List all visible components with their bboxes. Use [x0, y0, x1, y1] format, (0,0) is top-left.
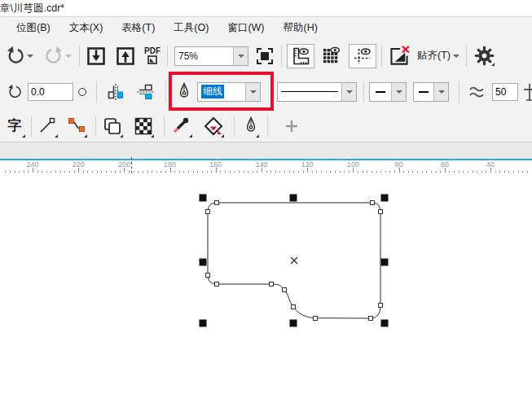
stepper-icon	[521, 82, 532, 102]
selection-handle[interactable]	[381, 320, 389, 327]
menu-item-bitmaps[interactable]: 位图(B)	[8, 18, 59, 38]
ruler-tick	[97, 171, 98, 173]
ruler-tick	[24, 171, 24, 173]
options-button[interactable]	[473, 45, 495, 67]
menu-item-table[interactable]: 表格(T)	[113, 18, 163, 38]
drawing-canvas[interactable]	[0, 173, 532, 394]
fill-tool-button[interactable]	[202, 114, 225, 138]
selection-handle[interactable]	[290, 195, 297, 202]
fullscreen-preview-icon	[255, 46, 275, 66]
undo-button[interactable]	[5, 46, 26, 67]
ruler-tick	[202, 171, 203, 173]
snap-to-label[interactable]: 贴齐(T)	[417, 49, 451, 63]
bezier-tool-button[interactable]	[65, 114, 88, 138]
curve-node[interactable]	[292, 305, 296, 309]
zoom-dropdown-button[interactable]	[233, 47, 248, 65]
line-style-dropdown[interactable]	[341, 83, 356, 101]
ruler-tick	[513, 171, 514, 173]
ruler-tick	[293, 171, 294, 173]
contour-tool-button[interactable]	[101, 114, 124, 138]
horizontal-ruler[interactable]: 240220200180160140120100806040	[0, 159, 532, 173]
steps-input[interactable]	[492, 83, 518, 101]
bezier-tool-icon	[66, 116, 87, 136]
pdf-icon: PDF	[144, 47, 160, 55]
snap-off-button[interactable]	[388, 45, 411, 67]
ruler-tick	[270, 171, 271, 173]
line-style-combo[interactable]	[277, 82, 357, 102]
ruler-label: 120	[301, 160, 314, 169]
flyout-indicator	[55, 134, 58, 138]
ruler-tick	[340, 171, 341, 173]
selection-handle[interactable]	[200, 195, 207, 202]
toggle-guidelines-button[interactable]	[349, 44, 376, 68]
curve-node[interactable]	[369, 317, 373, 321]
export-button[interactable]	[115, 46, 136, 67]
ruler-tick	[138, 171, 138, 173]
mirror-vertical-button[interactable]	[136, 83, 157, 101]
end-arrowhead-dropdown[interactable]	[433, 83, 448, 101]
ruler-tick	[60, 171, 61, 173]
ruler-tick	[394, 171, 395, 173]
curve-node[interactable]	[371, 201, 375, 205]
start-arrowhead-combo[interactable]	[369, 82, 407, 102]
transparency-tool-button[interactable]	[132, 114, 155, 138]
ruler-tick	[55, 171, 56, 173]
rotate-button[interactable]	[7, 83, 24, 101]
ruler-tick	[367, 171, 367, 173]
curve-node[interactable]	[283, 288, 287, 292]
curve-node[interactable]	[215, 282, 219, 287]
pen-tool-button[interactable]	[242, 114, 260, 138]
selection-handle[interactable]	[200, 320, 207, 327]
ruler-tick	[147, 171, 148, 173]
redo-button[interactable]	[43, 46, 64, 67]
fullscreen-preview-button[interactable]	[255, 46, 275, 66]
ruler-tick	[426, 171, 427, 173]
menu-item-text[interactable]: 文本(X)	[61, 18, 112, 38]
flyout-indicator	[84, 134, 87, 138]
toggle-grid-button[interactable]	[318, 44, 345, 68]
add-tool-button[interactable]	[284, 114, 299, 138]
publish-pdf-button[interactable]: PDF	[144, 47, 160, 64]
curve-node[interactable]	[215, 201, 219, 205]
curve-node[interactable]	[206, 210, 210, 214]
outline-pen-button[interactable]	[178, 82, 191, 102]
undo-dropdown[interactable]	[27, 55, 33, 58]
selection-handle[interactable]	[200, 259, 207, 266]
ruler-tick	[134, 171, 134, 173]
ruler-label: 80	[395, 160, 403, 169]
menu-item-tools[interactable]: 工具(O)	[165, 18, 217, 38]
menu-item-window[interactable]: 窗口(W)	[219, 18, 272, 38]
line-tool-button[interactable]	[36, 114, 59, 138]
rotation-angle-input[interactable]	[28, 83, 73, 101]
separator	[363, 81, 364, 103]
ruler-tick	[468, 171, 468, 173]
separator	[167, 46, 168, 67]
curve-node[interactable]	[379, 304, 383, 308]
ruler-label: 60	[441, 160, 449, 169]
selection-handle[interactable]	[381, 259, 389, 266]
menu-item-help[interactable]: 帮助(H)	[275, 18, 326, 38]
property-bar: 细线	[0, 73, 532, 111]
toggle-rulers-button[interactable]	[287, 44, 314, 68]
end-arrowhead-combo[interactable]	[413, 82, 449, 102]
ruler-guide-mark[interactable]	[131, 157, 132, 173]
selection-handle[interactable]	[381, 195, 389, 202]
curve-node[interactable]	[379, 210, 383, 214]
selection-handle[interactable]	[290, 320, 297, 327]
curve-node[interactable]	[270, 282, 274, 287]
ruler-label: 140	[255, 160, 267, 169]
wave-button[interactable]	[468, 83, 487, 101]
outline-width-dropdown[interactable]	[245, 83, 260, 101]
mirror-horizontal-button[interactable]	[105, 83, 126, 101]
outline-width-combo[interactable]: 细线	[197, 82, 261, 102]
snap-to-dropdown[interactable]	[453, 55, 459, 58]
curve-node[interactable]	[206, 274, 210, 278]
import-button[interactable]	[86, 46, 107, 67]
redo-dropdown[interactable]	[65, 55, 72, 58]
stepper-button[interactable]	[521, 82, 532, 102]
start-arrowhead-dropdown[interactable]	[391, 83, 406, 101]
text-tool-button[interactable]: 字	[3, 114, 26, 138]
curve-node[interactable]	[314, 317, 318, 321]
zoom-level-combo[interactable]: 75%	[174, 46, 248, 66]
eyedropper-tool-button[interactable]	[170, 114, 193, 138]
